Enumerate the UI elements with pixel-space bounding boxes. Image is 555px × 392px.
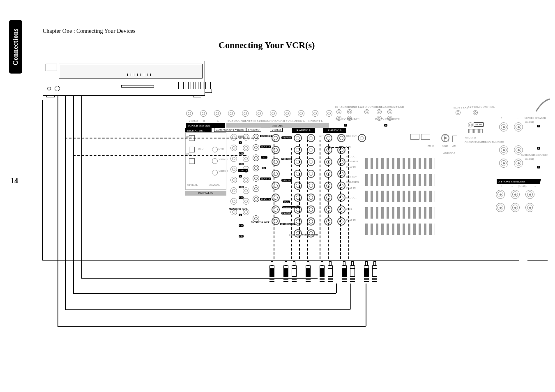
heatsink [365, 207, 435, 219]
audio-jack [337, 182, 345, 190]
audio-jack [294, 134, 302, 142]
svideo-col [253, 134, 262, 202]
label-zoneb-l: L [217, 119, 219, 122]
audio-jack [337, 170, 345, 178]
component-col [230, 134, 252, 215]
label-center-spk: CENTER SPEAKER [525, 117, 546, 119]
svideo-jack [253, 134, 259, 141]
label-cb: CB [239, 186, 244, 188]
audio-jack [307, 229, 315, 238]
receiver-back-panel: VIDEO R L SUBWOOFER CENTER R SURROUND BA… [42, 100, 548, 261]
wire [73, 96, 74, 293]
binding-post [514, 159, 523, 168]
rca-jack [326, 110, 332, 117]
label-play: PLAY IN [346, 166, 356, 168]
label-play: PLAY IN [346, 219, 356, 221]
label-surround-imp: (6–16Ω) [525, 158, 534, 160]
rca-jack [230, 134, 237, 141]
wire-dashed [65, 138, 258, 138]
label-gnd: GND [442, 145, 448, 147]
video-jack [272, 217, 280, 225]
rca-plug [305, 261, 311, 282]
heatsink [365, 158, 435, 169]
front-speaker-posts [496, 190, 536, 214]
wire-dashed [340, 147, 341, 259]
audio-jack [307, 158, 315, 166]
video-jack [272, 158, 280, 166]
rca-jack [200, 110, 207, 117]
svideo-jack [253, 185, 259, 192]
audio-jack [294, 194, 302, 202]
side-tab: Connections [9, 20, 22, 74]
label-in: IN [262, 167, 266, 169]
label-front-imp: (6–16Ω) [518, 185, 526, 187]
extra-jacks [358, 134, 366, 142]
audio-jack [307, 134, 315, 142]
svideo-monitor-jack [253, 215, 259, 222]
system-control-jack [473, 110, 478, 115]
label-rec: REC OUT [346, 196, 357, 199]
power-cord-icon [534, 97, 550, 113]
rca-plug [319, 261, 325, 282]
banner-audio-r: R AUDIO L [292, 128, 315, 133]
rca-jack [243, 155, 249, 162]
vcr-buttons [127, 74, 152, 76]
rca-plug-pair [283, 261, 297, 282]
video-jack [272, 194, 280, 202]
rca-jack [243, 198, 249, 205]
dvd-control-jack [364, 109, 369, 114]
vcr-cassette-slot [46, 64, 57, 71]
audio-jack [307, 182, 315, 190]
label-rec-out: REC OUT [260, 135, 272, 137]
label-front: R FRONT L [308, 119, 323, 122]
audio-rl-col-1 [294, 134, 316, 238]
binding-post [496, 190, 505, 199]
wire-dashed [328, 147, 349, 148]
rca-jack [230, 155, 237, 162]
audio-jack [307, 194, 315, 202]
vcr-display [59, 64, 203, 78]
video-monitor-jack [272, 217, 280, 225]
banner-component: COMPONENT VIDEO [214, 128, 246, 132]
rca-jack [284, 110, 290, 117]
audio-jack [307, 146, 315, 154]
rca-jack [186, 110, 193, 117]
svideo-jack [253, 144, 259, 151]
svideo-jack [253, 196, 259, 202]
rca-plug [350, 261, 355, 282]
audio-jack [307, 217, 315, 226]
binding-post [514, 122, 523, 131]
label-dcdi1: DCDI1 [319, 135, 327, 138]
surround-speaker-posts [499, 145, 525, 169]
label-dvd: DVD [283, 201, 290, 203]
label-ir-out2: IR OUT LCD [387, 105, 404, 108]
sl16-port [468, 122, 473, 127]
mini-jack [347, 109, 352, 114]
label-fm75: FM 75 [428, 145, 434, 147]
vcr-foot [46, 96, 55, 97]
wire [58, 326, 366, 327]
label-center: CENTER [243, 119, 254, 122]
label-center-imp: (6–16Ω) [525, 121, 534, 123]
audio-jack [294, 217, 302, 226]
video-col [272, 134, 281, 214]
label-dvdin: DVD IN [238, 169, 248, 172]
label-rec: REC OUT [346, 155, 357, 158]
label-y: Y [239, 141, 242, 144]
badge-b: B [344, 124, 347, 127]
label-zoneb-r: R [203, 119, 205, 122]
digital-io-block: DVD DVD VIDEO 2 VIDEO 3 OPTICAL COAXIAL [185, 132, 226, 190]
label-monitor-out: MONITOR OUT [229, 208, 247, 210]
banner-audio-l: R AUDIO L [323, 128, 346, 133]
rca-plug [269, 261, 275, 282]
rca-jack [243, 145, 249, 151]
label-optical: OPTICAL [187, 184, 198, 186]
label-video2: VIDEO2 [281, 158, 292, 160]
rca-jack [230, 187, 237, 194]
audio-jack [294, 158, 302, 166]
label-system-control: SYSTEM CONTROL [468, 105, 495, 108]
audio-jack [337, 205, 345, 214]
sl16-text-jack [456, 110, 461, 115]
label-surround: SURROUND [280, 223, 295, 225]
audio-jack [337, 194, 345, 202]
